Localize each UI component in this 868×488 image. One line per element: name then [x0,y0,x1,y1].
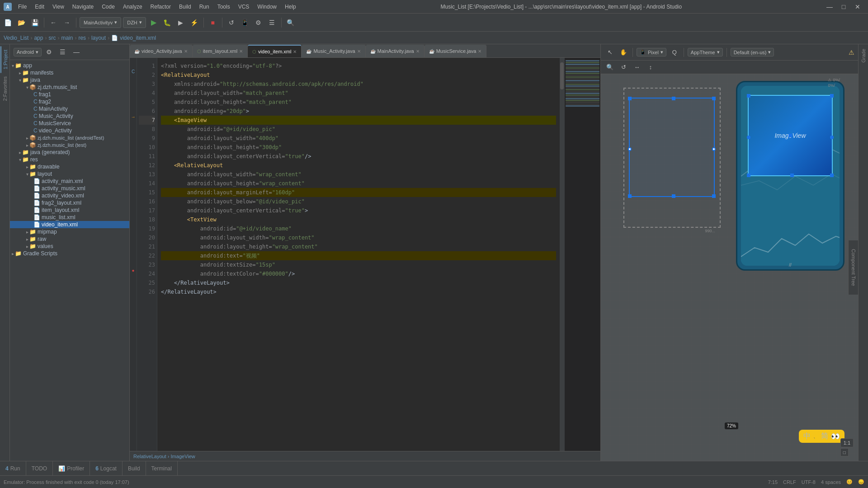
menu-help[interactable]: Help [281,3,300,11]
tree-item-mipmap[interactable]: ▸ 📁 mipmap [10,228,129,235]
menu-run[interactable]: Run [196,3,213,11]
menu-analyze[interactable]: Analyze [119,3,146,11]
close-tab-button[interactable]: ✕ [239,49,243,54]
tree-item-java-generated[interactable]: ▸ 📁 java (generated) [10,149,129,156]
tree-item-raw[interactable]: ▸ 📁 raw [10,235,129,243]
tree-item-java[interactable]: ▾ 📁 java [10,76,129,84]
tree-item-activity-video[interactable]: 📄 activity_video.xml [10,192,129,199]
menu-file[interactable]: File [14,3,30,11]
tree-item-androidtest[interactable]: ▸ 📦 zj.dzh.music_list (androidTest) [10,134,129,141]
tree-item-music-list[interactable]: 📄 music_list.xml [10,214,129,221]
code-editor[interactable]: <?xml version="1.0" encoding="utf-8"?> <… [157,58,560,451]
design-select-button[interactable]: ↖ [604,47,615,58]
menu-tools[interactable]: Tools [214,3,234,11]
breadcrumb-main[interactable]: main [61,35,73,41]
breadcrumb-layout[interactable]: layout [91,35,106,41]
design-vertical-button[interactable]: ↕ [645,62,656,73]
tab-musicservice-java[interactable]: ☕ MusicService.java ✕ [425,45,487,57]
indent-label[interactable]: 4 spaces [821,479,841,485]
tree-item-package[interactable]: ▾ 📦 zj.dzh.music_list [10,84,129,91]
menu-view[interactable]: View [49,3,68,11]
menu-vcs[interactable]: VCS [235,3,253,11]
new-file-button[interactable]: 📄 [2,17,14,28]
stop-button[interactable]: ■ [207,17,219,28]
close-tab-button[interactable]: ✕ [293,49,297,54]
breadcrumb-vedio-list[interactable]: Vedio_List [4,35,28,41]
menu-build[interactable]: Build [175,3,195,11]
sidebar-collapse-button[interactable]: — [71,46,82,58]
handle-ml[interactable] [628,147,632,151]
sel-h-bl[interactable] [747,174,750,177]
close-tab-button[interactable]: ✕ [357,49,361,54]
search-everywhere-button[interactable]: 🔍 [285,17,297,28]
handle-tm[interactable] [672,97,675,100]
component-tree-tab[interactable]: Component Tree [848,240,858,295]
sel-h-mr[interactable] [830,136,834,139]
tree-item-video-activity[interactable]: C video_Activity [10,127,129,134]
handle-br[interactable] [712,194,716,198]
breadcrumb-src[interactable]: src [48,35,56,41]
tree-item-app[interactable]: ▾ 📁 app [10,62,129,69]
design-pan-button[interactable]: ✋ [618,47,629,58]
tree-item-test[interactable]: ▸ 📦 zj.dzh.music_list (test) [10,141,129,149]
todo-bottom-tab[interactable]: TODO [26,461,53,475]
close-button[interactable]: ✕ [851,0,864,13]
menu-window[interactable]: Window [254,3,280,11]
minimize-button[interactable]: — [823,0,836,13]
run-with-coverage-button[interactable]: ▶ [175,17,187,28]
menu-edit[interactable]: Edit [31,3,48,11]
handle-tl[interactable] [628,97,632,100]
scrollbar-thumb[interactable] [560,62,564,89]
tree-item-res[interactable]: ▾ 📁 res [10,156,129,163]
handle-bm[interactable] [672,194,675,198]
debug-button[interactable]: 🐛 [161,17,173,28]
tab-mainactivity-java[interactable]: ☕ MainActivity.java ✕ [366,45,425,57]
ratio-badge[interactable]: 1:1 □ [840,438,854,456]
terminal-bottom-tab[interactable]: Terminal [146,461,178,475]
profiler-bottom-tab[interactable]: 📊 Profiler [53,461,90,475]
design-arrows-button[interactable]: ↔ [632,62,642,73]
theme-selector[interactable]: AppTheme ▾ [688,48,723,56]
tree-item-activity-music[interactable]: 📄 activity_music.xml [10,185,129,192]
tree-item-item-layout[interactable]: 📄 item_layout.xml [10,206,129,214]
preview-canvas[interactable]: 990... [601,74,858,461]
tree-item-music-activity[interactable]: C Music_Activity [10,113,129,120]
tab-video-activity-java[interactable]: ☕ video_Activity.java ✕ [130,45,193,57]
sel-h-tm[interactable] [788,134,792,137]
tree-item-mainactivity[interactable]: C MainActivity [10,105,129,113]
sel-h-br[interactable] [830,174,834,177]
tree-item-activity-main[interactable]: 📄 activity_main.xml [10,178,129,185]
close-tab-button[interactable]: ✕ [478,49,481,54]
tree-item-values[interactable]: ▸ 📁 values [10,243,129,250]
line-separator[interactable]: CRLF [783,479,796,485]
tree-item-frag1[interactable]: C frag1 [10,91,129,98]
sync-button[interactable]: ↺ [226,17,237,28]
sidebar-expand-button[interactable]: ☰ [57,46,69,58]
close-tab-button[interactable]: ✕ [416,49,420,54]
sel-h-bm[interactable] [790,174,794,177]
tab-video-item-xml[interactable]: ⬡ video_item.xml ✕ [248,45,302,57]
encoding-label[interactable]: UTF-8 [802,479,816,485]
zoom-button[interactable]: Q [669,47,680,58]
tree-item-layout[interactable]: ▾ 📁 layout [10,170,129,178]
avd-manager-button[interactable]: 📱 [239,17,251,28]
device-selector[interactable]: 📱 Pixel ▾ [637,48,666,56]
tree-item-frag2[interactable]: C frag2 [10,98,129,105]
maximize-button[interactable]: □ [837,0,850,13]
device-config-dropdown[interactable]: DZH ▾ [123,17,146,28]
forward-button[interactable]: → [61,17,73,28]
tree-item-musicservice[interactable]: C MusicService [10,120,129,127]
tree-item-manifests[interactable]: ▸ 📁 manifests [10,69,129,76]
favorites-panel-tab[interactable]: 2:Favorites [1,73,9,104]
tree-item-gradle-scripts[interactable]: ▸ 📁 Gradle Scripts [10,250,129,257]
tree-item-frag2-layout[interactable]: 📄 frag2_layout.xml [10,199,129,206]
open-button[interactable]: 📂 [15,17,27,28]
handle-tr[interactable] [712,97,716,100]
sidebar-settings-button[interactable]: ⚙ [43,46,55,58]
back-button[interactable]: ← [47,17,59,28]
sdk-manager-button[interactable]: ⚙ [253,17,264,28]
project-panel-tab[interactable]: 1:Project [0,46,9,73]
menu-navigate[interactable]: Navigate [69,3,97,11]
logcat-bottom-tab[interactable]: 6 Logcat [90,461,123,475]
build-bottom-tab[interactable]: Build [123,461,146,475]
